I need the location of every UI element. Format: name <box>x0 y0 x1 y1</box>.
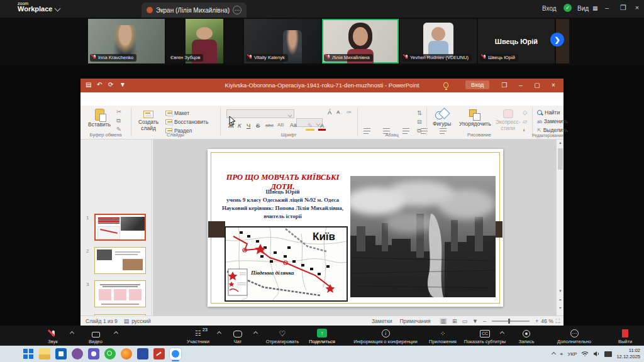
italic-button[interactable]: К <box>236 122 243 129</box>
ppt-minimize-button[interactable]: – <box>513 79 528 92</box>
select-button[interactable]: ⇱Выделить <box>537 127 568 133</box>
zoom-slider[interactable] <box>492 321 530 322</box>
arrange-button[interactable]: Упорядочить <box>459 109 491 128</box>
people-app-icon[interactable] <box>88 348 99 359</box>
zoom-out-icon[interactable]: – <box>483 318 486 324</box>
shrink-font-button[interactable]: А <box>335 109 341 115</box>
react-button[interactable]: ♡ Отреагировать <box>263 327 302 344</box>
tab-more-icon[interactable]: ⋯ <box>233 6 242 14</box>
slideshow-view-icon[interactable]: ▼ <box>472 318 478 324</box>
video-tile[interactable]: Євген Зубцов <box>166 19 243 63</box>
clear-format-icon[interactable]: ✑ <box>345 109 353 116</box>
font-name-combo[interactable] <box>226 109 294 118</box>
slide-scrollbar[interactable]: ▲ ▼ ⏶ ⏷ <box>556 140 564 315</box>
align-text-icon[interactable]: ⊟ <box>415 118 424 125</box>
new-slide-button[interactable]: Создать слайд <box>138 111 158 132</box>
shape-fill-icon[interactable]: ◇ <box>521 109 529 116</box>
layout-button[interactable]: Макет <box>165 110 189 116</box>
speaker-icon[interactable] <box>593 351 600 357</box>
shapes-button[interactable]: Фигуры <box>433 109 451 128</box>
meeting-info-button[interactable]: i Информация о конференции <box>345 327 426 344</box>
shield-check-icon[interactable]: ✓ <box>564 4 572 12</box>
highlight-button[interactable]: ✎ <box>306 122 314 131</box>
video-button[interactable]: Видео <box>82 327 109 344</box>
shape-outline-icon[interactable]: ▱ <box>521 118 529 124</box>
ppt-close-button[interactable]: × <box>546 79 561 92</box>
char-spacing-button[interactable]: АВ <box>275 122 286 128</box>
battery-icon[interactable] <box>604 351 612 357</box>
previous-slide-icon[interactable]: ⏶ <box>557 298 564 302</box>
firefox-icon[interactable] <box>121 348 132 359</box>
share-screen-button[interactable]: ↑ Поделиться <box>303 327 341 344</box>
video-tile[interactable]: Inna Kravchenko <box>88 19 165 63</box>
slide-sorter-icon[interactable]: ⊞ <box>452 318 457 324</box>
quick-styles-button[interactable]: Экспресс- стили <box>496 109 521 132</box>
window-minimize-button[interactable]: – <box>599 0 615 15</box>
audio-button[interactable]: Звук <box>39 327 67 344</box>
strikethrough-button[interactable]: S <box>254 122 262 129</box>
audio-options-icon[interactable] <box>70 331 74 336</box>
scroll-up-icon[interactable]: ▲ <box>557 141 564 145</box>
more-button[interactable]: ⋯ Дополнительно <box>546 327 602 344</box>
participants-button[interactable]: ☷23 Участники <box>181 327 215 344</box>
window-close-button[interactable]: × <box>629 0 644 15</box>
change-case-button[interactable]: Аа <box>288 122 299 128</box>
outlook-icon[interactable] <box>55 348 67 359</box>
ppt-signin-button[interactable]: Вход <box>465 80 489 89</box>
layout-grid-icon[interactable]: ▦ <box>592 5 598 11</box>
participants-options-icon[interactable] <box>217 331 221 336</box>
record-button[interactable]: Запись <box>511 327 542 344</box>
view-button[interactable]: Вид <box>577 5 589 12</box>
video-tile-active-speaker[interactable]: Лілія Михайлівна <box>322 19 399 63</box>
slide-thumbnail-1[interactable] <box>94 214 146 241</box>
video-options-icon[interactable] <box>114 331 118 336</box>
slide-thumbnail-3[interactable] <box>94 280 146 307</box>
text-direction-icon[interactable]: ⇅ <box>415 109 424 116</box>
whatsapp-icon[interactable] <box>104 348 116 359</box>
zoom-app-icon[interactable] <box>170 348 181 359</box>
start-button[interactable] <box>23 348 34 359</box>
replace-button[interactable]: abЗаменить <box>537 118 568 124</box>
next-participants-button[interactable]: ❯ <box>550 33 564 47</box>
language-indicator[interactable]: русский <box>131 318 151 324</box>
zoom-level[interactable]: 46 % <box>541 318 553 324</box>
font-color-button[interactable]: А <box>318 122 326 131</box>
copy-icon[interactable]: ⧉ <box>114 117 123 124</box>
signin-link[interactable]: Вход <box>542 5 557 12</box>
fit-to-window-icon[interactable]: ⛶ <box>556 318 560 325</box>
video-tile[interactable]: Швець Юрій Швець Юрій <box>478 19 555 63</box>
clock[interactable]: 11:02 12.12.2025 <box>616 348 640 360</box>
slide-thumbnail-2[interactable] <box>94 247 146 274</box>
underline-button[interactable]: Ч <box>245 122 252 129</box>
viber-icon[interactable] <box>72 348 83 359</box>
leave-button[interactable]: Выйти <box>611 327 639 344</box>
notes-button[interactable]: Заметки <box>372 318 392 324</box>
apps-button[interactable]: ⁘ Приложения <box>423 327 463 344</box>
zoom-in-icon[interactable]: + <box>535 318 538 324</box>
reading-view-icon[interactable]: ▭ <box>462 318 468 324</box>
scroll-down-icon[interactable]: ▼ <box>557 289 564 293</box>
chat-button[interactable]: Чат <box>225 327 250 344</box>
wifi-icon[interactable] <box>581 351 589 357</box>
ppt-restore-button[interactable]: ▢ <box>530 79 545 92</box>
subscript-button[interactable]: abc <box>264 123 275 128</box>
find-button[interactable]: Найти <box>537 109 560 116</box>
pdf-app-icon[interactable] <box>153 348 165 359</box>
chat-options-icon[interactable] <box>253 331 258 336</box>
reset-button[interactable]: Восстановить <box>165 119 208 125</box>
paste-button[interactable]: Вставить <box>88 109 111 128</box>
office-app-icon[interactable] <box>137 348 148 359</box>
normal-view-icon[interactable]: ▥ <box>440 318 448 324</box>
tray-mic-icon[interactable]: ⌖ <box>560 351 563 358</box>
comments-button[interactable]: Примечания <box>399 318 430 324</box>
language-switcher[interactable]: УКР <box>567 351 577 357</box>
ribbon-options-icon[interactable]: ❐ <box>497 79 512 92</box>
scrollbar-thumb[interactable] <box>558 148 563 170</box>
video-tile[interactable]: Vitaliy Kalenyk <box>244 19 321 63</box>
chevron-down-icon[interactable] <box>55 6 61 12</box>
current-slide[interactable]: ПРО ЩО МОВЧАТЬ КИЇВСЬКІ ДОТИ. Швець Юрій… <box>208 149 503 307</box>
zoom-slider-knob[interactable] <box>508 319 510 324</box>
grow-font-button[interactable]: А́ <box>326 109 333 116</box>
file-explorer-icon[interactable] <box>39 348 50 359</box>
next-slide-icon[interactable]: ⏷ <box>557 306 564 310</box>
